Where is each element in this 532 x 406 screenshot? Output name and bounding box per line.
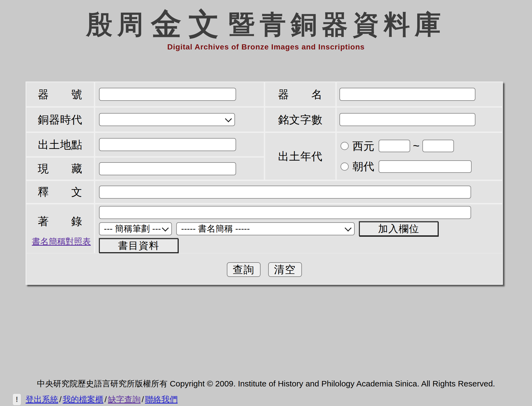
- transcription-input[interactable]: [99, 186, 471, 199]
- transcription-label: 釋 文: [26, 181, 94, 203]
- year-to-input[interactable]: [422, 140, 454, 152]
- book-abbrev-select[interactable]: ----- 書名簡稱 -----: [176, 222, 355, 235]
- bibliography-content-cell: --- 簡稱筆劃 --- ----- 書名簡稱 ----- 加入欄位 書目資料: [95, 204, 502, 253]
- inscription-char-count-label: 銘文字數: [265, 108, 335, 132]
- year-range-separator: ~: [413, 139, 420, 152]
- stroke-count-selected-value: --- 簡稱筆劃 ---: [104, 223, 161, 235]
- bibliography-label: 著 錄: [26, 214, 94, 229]
- logo-text-suffix: 暨青銅器資料庫: [229, 10, 446, 39]
- excavation-site-input[interactable]: [99, 138, 236, 151]
- search-form-panel: 器 號 器 名 銅器時代 銘文字數 出土地點 出土年代 西: [26, 82, 503, 285]
- artifact-number-label: 器 號: [26, 82, 94, 106]
- bibliography-selects-row: --- 簡稱筆劃 --- ----- 書名簡稱 ----- 加入欄位: [95, 221, 438, 236]
- link-separator: /: [142, 395, 144, 404]
- link-separator: /: [59, 395, 61, 404]
- artifact-name-cell: [337, 82, 502, 106]
- transcription-row: 釋 文: [26, 181, 502, 203]
- excavation-date-cell: 西元 ~ 朝代: [337, 133, 502, 180]
- stroke-count-select[interactable]: --- 簡稱筆劃 ---: [99, 222, 172, 235]
- bronze-era-label: 銅器時代: [26, 108, 94, 132]
- footer-links-bar: ! 登出系統 / 我的檔案櫃 / 缺字查詢 / 聯絡我們: [13, 393, 178, 405]
- current-repository-cell: [95, 158, 264, 180]
- bronze-era-select[interactable]: [99, 113, 235, 126]
- inscription-char-count-cell: [337, 108, 502, 132]
- chevron-down-icon: [162, 224, 169, 231]
- contact-us-link[interactable]: 聯絡我們: [145, 394, 178, 405]
- dynasty-option-label: 朝代: [352, 159, 379, 174]
- book-abbrev-table-link[interactable]: 書名簡稱對照表: [32, 236, 91, 247]
- current-repository-input[interactable]: [99, 162, 236, 175]
- excavation-site-cell: [95, 133, 264, 156]
- excavation-site-label: 出土地點: [26, 133, 94, 156]
- dynasty-option-row: 朝代: [341, 159, 502, 174]
- artifact-number-cell: [95, 82, 264, 106]
- copyright-text: 中央研究院歷史語言研究所版權所有 Copyright © 2009. Insti…: [0, 378, 532, 389]
- logout-link[interactable]: 登出系統: [26, 394, 58, 405]
- western-year-option-row: 西元 ~: [341, 139, 502, 154]
- chevron-down-icon: [345, 224, 351, 231]
- biblio-data-button[interactable]: 書目資料: [99, 238, 178, 253]
- artifact-number-input[interactable]: [99, 88, 236, 101]
- excavation-date-label: 出土年代: [265, 133, 335, 180]
- western-year-radio[interactable]: [341, 142, 349, 150]
- search-button[interactable]: 查詢: [227, 262, 261, 277]
- site-logo: 殷周 金文 暨青銅器資料庫: [0, 8, 532, 41]
- missing-char-search-link[interactable]: 缺字查詢: [108, 394, 141, 405]
- artifact-name-input[interactable]: [339, 88, 475, 101]
- warning-icon: !: [13, 393, 21, 405]
- action-buttons-cell: 查詢 清空: [26, 253, 502, 284]
- dynasty-radio[interactable]: [341, 163, 349, 171]
- action-buttons-row: 查詢 清空: [26, 253, 502, 284]
- artifact-name-label: 器 名: [265, 82, 335, 106]
- my-archive-link[interactable]: 我的檔案櫃: [63, 394, 103, 405]
- chevron-down-icon: [225, 115, 232, 122]
- dynasty-input[interactable]: [379, 160, 472, 173]
- add-field-button[interactable]: 加入欄位: [359, 221, 438, 236]
- year-from-input[interactable]: [379, 140, 410, 152]
- current-repository-label: 現 藏: [26, 158, 94, 180]
- inscription-char-count-input[interactable]: [339, 113, 475, 126]
- site-subtitle: Digital Archives of Bronze Images and In…: [0, 43, 532, 51]
- clear-button[interactable]: 清空: [268, 262, 302, 277]
- logo-text-prefix: 殷周: [86, 10, 148, 39]
- transcription-cell: [95, 181, 502, 203]
- bibliography-label-cell: 著 錄 書名簡稱對照表: [26, 204, 94, 253]
- western-year-option-label: 西元: [352, 139, 379, 154]
- bibliography-input[interactable]: [99, 206, 471, 219]
- logo-bronze-script-glyphs: 金文: [151, 7, 226, 40]
- bronze-era-cell: [95, 108, 264, 132]
- link-separator: /: [104, 395, 107, 404]
- form-upper-grid: 器 號 器 名 銅器時代 銘文字數 出土地點 出土年代 西: [26, 82, 502, 180]
- book-abbrev-selected-value: ----- 書名簡稱 -----: [181, 223, 250, 235]
- bibliography-row: 著 錄 書名簡稱對照表 --- 簡稱筆劃 --- ----- 書名簡稱 ----…: [26, 204, 502, 252]
